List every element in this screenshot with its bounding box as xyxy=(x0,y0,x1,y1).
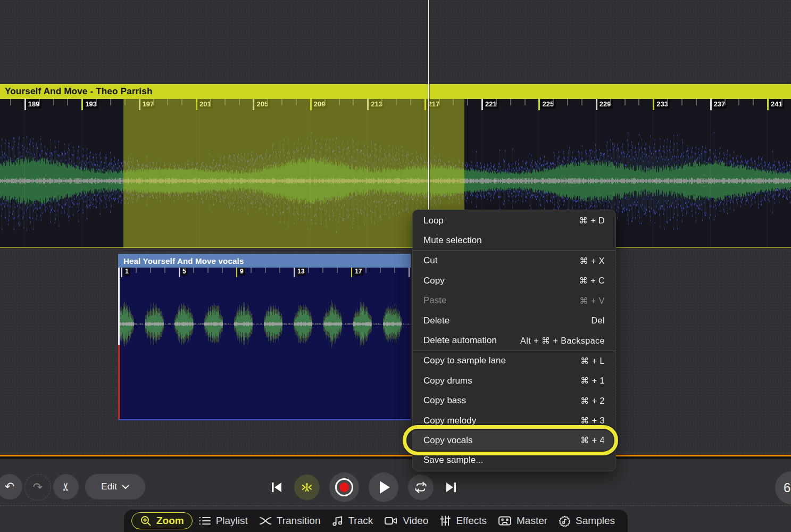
tab-video[interactable]: Video xyxy=(379,513,434,529)
menu-item-label: Delete xyxy=(423,315,449,326)
play-icon xyxy=(380,481,390,494)
menu-item-delete[interactable]: DeleteDel xyxy=(413,311,615,330)
menu-item-copy-bass[interactable]: Copy bass⌘ + 2 xyxy=(413,391,615,411)
menu-item-mute-selection[interactable]: Mute selection xyxy=(413,230,615,250)
menu-item-shortcut: ⌘ + D xyxy=(579,215,605,226)
audio-clip-vocals[interactable]: Heal Yourself And Move vocals 159131721 xyxy=(118,254,411,420)
tab-effects[interactable]: Effects xyxy=(434,513,492,529)
record-icon xyxy=(335,478,353,496)
ruler-tick-minor xyxy=(581,99,582,105)
ruler-tick-minor xyxy=(753,99,754,105)
ruler-tick-minor xyxy=(380,268,381,273)
ruler-tick-label: 9 xyxy=(238,268,245,276)
menu-item-shortcut: ⌘ + C xyxy=(579,276,605,286)
ruler-tick-major: 241 xyxy=(767,99,769,110)
menu-item-copy-drums[interactable]: Copy drums⌘ + 1 xyxy=(413,371,615,390)
clip-header-vocals[interactable]: Heal Yourself And Move vocals xyxy=(118,254,411,268)
ruler-tick-minor xyxy=(279,268,280,273)
menu-item-shortcut: Del xyxy=(591,316,605,326)
skip-back-button[interactable] xyxy=(269,479,285,495)
ruler-tick-minor xyxy=(638,99,639,105)
ruler-tick-major: 229 xyxy=(596,99,597,110)
record-button[interactable] xyxy=(329,472,359,502)
tab-label: Samples xyxy=(576,515,615,527)
effects-icon xyxy=(439,515,451,527)
ruler-tick-major: 21 xyxy=(409,268,410,277)
menu-item-shortcut: ⌘ + 2 xyxy=(580,396,605,406)
menu-item-label: Copy xyxy=(423,276,445,286)
transport-controls xyxy=(269,471,459,503)
redo-button[interactable]: ↷ xyxy=(24,474,51,501)
undo-button[interactable]: ↶ xyxy=(0,474,22,500)
menu-item-label: Loop xyxy=(423,215,444,226)
ruler-tick-minor xyxy=(524,99,526,105)
ruler-tick-minor xyxy=(610,99,611,105)
tab-track[interactable]: Track xyxy=(326,513,378,529)
menu-item-label: Mute selection xyxy=(423,235,482,246)
menu-item-copy-to-sample-lane[interactable]: Copy to sample lane⌘ + L xyxy=(413,351,615,371)
daw-app: Yourself And Move - Theo Parrish 1891931… xyxy=(0,0,791,532)
menu-item-shortcut: ⌘ + 1 xyxy=(580,376,605,386)
ruler-tick-minor xyxy=(510,99,511,105)
bottom-toolbar: ↶ ↷ ✂ Edit xyxy=(0,459,791,532)
partial-right-button[interactable]: 6 xyxy=(775,471,791,504)
track-header-theo[interactable]: Yourself And Move - Theo Parrish xyxy=(0,84,791,99)
tab-samples[interactable]: Samples xyxy=(553,513,620,529)
menu-item-copy-melody[interactable]: Copy melody⌘ + 3 xyxy=(413,411,615,430)
volume-automation-line[interactable] xyxy=(118,345,120,420)
menu-item-label: Cut xyxy=(423,255,437,266)
tab-transition[interactable]: Transition xyxy=(254,513,326,529)
ruler-tick-minor xyxy=(136,268,137,273)
workspace-top-grid xyxy=(0,0,791,84)
zoom-icon xyxy=(140,515,152,527)
menu-item-cut[interactable]: Cut⌘ + X xyxy=(413,251,615,271)
ruler-tick-minor xyxy=(164,268,165,273)
tab-label: Master xyxy=(517,515,547,527)
tab-playlist[interactable]: Playlist xyxy=(193,513,253,529)
video-icon xyxy=(384,516,398,526)
skip-back-icon xyxy=(270,480,284,494)
ruler-tick-label: 13 xyxy=(296,268,306,276)
ruler-tick-minor xyxy=(96,99,97,105)
skip-forward-button[interactable] xyxy=(443,479,459,495)
menu-item-label: Delete automation xyxy=(423,335,497,346)
ruler-tick-minor xyxy=(394,268,395,273)
ruler-tick-label: 1 xyxy=(123,268,130,276)
play-button[interactable] xyxy=(369,472,398,502)
menu-item-label: Copy to sample lane xyxy=(423,355,506,366)
snap-playhead-button[interactable] xyxy=(294,475,320,500)
ruler-tick-major: 237 xyxy=(710,99,712,110)
menu-item-loop[interactable]: Loop⌘ + D xyxy=(413,211,615,230)
tab-zoom[interactable]: Zoom xyxy=(131,512,193,529)
tab-label: Transition xyxy=(277,515,321,527)
partial-button-glyph: 6 xyxy=(784,480,790,495)
menu-item-copy-vocals[interactable]: Copy vocals⌘ + 4 xyxy=(413,430,615,450)
ruler-tick-label: 17 xyxy=(353,268,363,276)
ruler-tick-major: 225 xyxy=(538,99,540,110)
ruler-tick-minor xyxy=(681,99,682,105)
ruler-tick-major: 193 xyxy=(81,99,83,110)
ruler-tick-major: 17 xyxy=(351,268,352,277)
tab-master[interactable]: Master xyxy=(493,513,553,529)
edit-menu-button[interactable]: Edit xyxy=(85,474,145,500)
ruler-tick-label: 5 xyxy=(181,268,188,276)
menu-item-delete-automation[interactable]: Delete automationAlt + ⌘ + Backspace xyxy=(413,330,615,350)
timeline-ruler-vocals[interactable]: 159131721 xyxy=(118,268,411,278)
tab-label: Track xyxy=(348,515,373,527)
loop-toggle-button[interactable] xyxy=(408,475,434,500)
ruler-tick-minor xyxy=(207,268,209,273)
menu-item-label: Copy melody xyxy=(423,415,476,426)
menu-item-shortcut: ⌘ + 4 xyxy=(580,435,605,445)
context-menu: Loop⌘ + DMute selectionCut⌘ + XCopy⌘ + C… xyxy=(412,210,616,471)
ruler-tick-minor xyxy=(553,99,554,105)
undo-icon: ↶ xyxy=(5,481,14,493)
ruler-tick-minor xyxy=(265,268,266,273)
cut-button[interactable]: ✂ xyxy=(53,474,79,500)
ruler-tick-major: 5 xyxy=(179,268,180,277)
menu-item-save-sample[interactable]: Save sample... xyxy=(413,451,615,470)
playlist-icon xyxy=(198,516,211,526)
edit-label: Edit xyxy=(101,481,116,492)
menu-item-label: Copy bass xyxy=(423,395,466,406)
menu-item-copy[interactable]: Copy⌘ + C xyxy=(413,271,615,290)
tab-label: Video xyxy=(403,515,428,527)
